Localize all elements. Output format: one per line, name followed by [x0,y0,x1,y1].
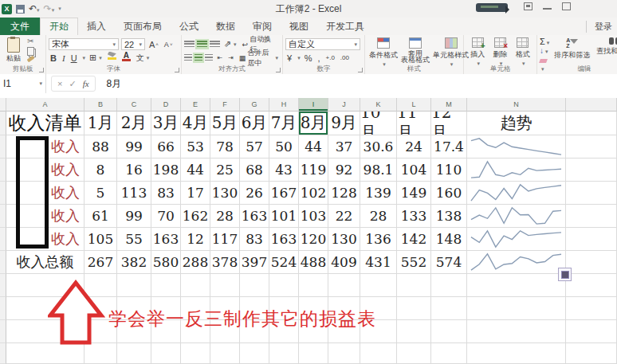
column-header-b[interactable]: B [84,98,117,112]
restore-icon[interactable] [562,2,571,10]
cell-month-6[interactable]: 6月 [240,112,269,135]
cell-empty[interactable] [328,343,360,364]
font-size-combo[interactable]: 22▾ [121,38,145,50]
sparkline-cell-total[interactable] [467,251,566,274]
fill-icon[interactable]: ↓▾ [540,47,549,55]
autosum-icon[interactable]: Σ▾ [540,37,549,45]
cell-value[interactable]: 30.6 [360,135,397,159]
underline-button[interactable]: U [69,52,79,65]
row-header[interactable] [0,320,6,343]
insert-cells-button[interactable]: + 插入 ▾ [469,37,486,67]
font-color-icon[interactable]: A [120,52,132,65]
cell-empty[interactable] [467,343,566,364]
cell-empty[interactable] [210,274,240,297]
cell-total-value[interactable]: 574 [431,251,467,274]
column-header-d[interactable]: D [151,98,181,112]
cell-empty[interactable] [181,274,210,297]
cell-month-5[interactable]: 5月 [210,112,240,135]
undo-icon[interactable]: ↶▾ [29,4,40,14]
cell-total-value[interactable]: 378 [210,251,240,274]
cell-month-8[interactable]: 8月 [299,112,328,135]
align-left-icon[interactable] [184,54,192,61]
cell-value[interactable]: 139 [360,182,397,205]
cell-month-1[interactable]: 1月 [84,112,117,135]
cell-value[interactable]: 70 [151,205,181,228]
percent-style-icon[interactable]: % [303,52,314,65]
cell-total-value[interactable]: 524 [269,251,299,274]
clear-icon[interactable]: ▾ [540,57,549,65]
cell-value[interactable]: 8 [84,159,117,182]
cell-value[interactable]: 78 [210,135,240,159]
cell-value[interactable]: 37 [328,135,360,159]
cell-empty[interactable] [397,320,431,343]
column-header-extra[interactable] [566,98,617,112]
row-header[interactable] [0,205,6,228]
ribbon-tab-6[interactable]: 视图 [281,18,317,35]
save-icon[interactable] [16,5,25,14]
cell-month-2[interactable]: 2月 [117,112,151,135]
cell-empty[interactable] [566,159,617,182]
cell-empty[interactable] [566,135,617,159]
cell-empty[interactable] [181,343,210,364]
cell-value[interactable]: 53 [181,135,210,159]
cell-month-11[interactable]: 11月 [397,112,431,135]
cell-month-7[interactable]: 7月 [269,112,299,135]
cell-trend-header[interactable]: 趋势 [467,112,566,135]
select-all-corner[interactable] [0,98,6,112]
sort-filter-button[interactable]: AZ 排序和筛选 [552,37,591,61]
cell-total-value[interactable]: 382 [117,251,151,274]
cell-value[interactable]: 119 [299,159,328,182]
sign-in-link[interactable]: 登录 [586,21,612,33]
cancel-icon[interactable]: × [57,79,62,88]
conditional-formatting-button[interactable]: 条件格式 ▾ [367,37,399,68]
row-header[interactable] [0,343,6,364]
redo-icon[interactable]: ↷▾ [44,4,55,14]
cell-empty[interactable] [467,320,566,343]
cell-value[interactable]: 163 [269,228,299,251]
cell-value[interactable]: 128 [328,182,360,205]
cell-empty[interactable] [117,343,151,364]
dialog-launcher-icon[interactable] [358,68,363,72]
row-header[interactable] [0,274,6,297]
accounting-caret-icon[interactable]: ▾ [297,55,301,61]
cell-empty[interactable] [467,297,566,320]
format-as-table-button[interactable]: 套用表格格式 [399,37,431,63]
cell-empty[interactable] [566,112,617,135]
cell-value[interactable]: 104 [397,159,431,182]
ribbon-tab-5[interactable]: 审阅 [244,18,281,35]
cell-value[interactable]: 17.4 [431,135,467,159]
row-header[interactable] [0,297,6,320]
cell-empty[interactable] [467,274,566,297]
cell-empty[interactable] [431,297,467,320]
ribbon-display-options-icon[interactable] [524,2,533,10]
cell-value[interactable]: 163 [240,205,269,228]
increase-decimal-icon[interactable]: +.0 [324,52,336,65]
format-cells-button[interactable]: 格式 ▾ [514,37,532,67]
cell-month-4[interactable]: 4月 [181,112,210,135]
cell-value[interactable]: 50 [269,135,299,159]
cell-value[interactable]: 99 [117,135,151,159]
column-header-e[interactable]: E [181,98,210,112]
name-box[interactable]: I1 ▾ [0,74,46,93]
cell-month-9[interactable]: 9月 [328,112,360,135]
column-header-g[interactable]: G [240,98,269,112]
font-name-combo[interactable]: 宋体▾ [49,38,119,50]
find-select-button[interactable]: 查找和选择 [595,37,617,57]
cell-value[interactable]: 167 [269,182,299,205]
formula-bar-value[interactable]: 8月 [107,77,122,91]
cell-value[interactable]: 83 [151,182,181,205]
delete-cells-button[interactable]: × 删除 ▾ [491,37,509,67]
decrease-indent-icon[interactable]: ⇤ [215,52,224,65]
comma-style-icon[interactable]: , [316,52,321,65]
cell-value[interactable]: 113 [117,182,151,205]
insert-function-icon[interactable]: fx [83,79,89,88]
column-header-h[interactable]: H [269,98,299,112]
cell-value[interactable]: 16 [117,159,151,182]
cell-value[interactable]: 28 [360,205,397,228]
cell-total-value[interactable]: 552 [397,251,431,274]
cell-value[interactable]: 66 [151,135,181,159]
cell-value[interactable]: 198 [151,159,181,182]
cell-empty[interactable] [431,274,467,297]
cell-total-label[interactable]: 收入总额 [6,251,84,274]
format-painter-icon[interactable] [27,56,35,62]
